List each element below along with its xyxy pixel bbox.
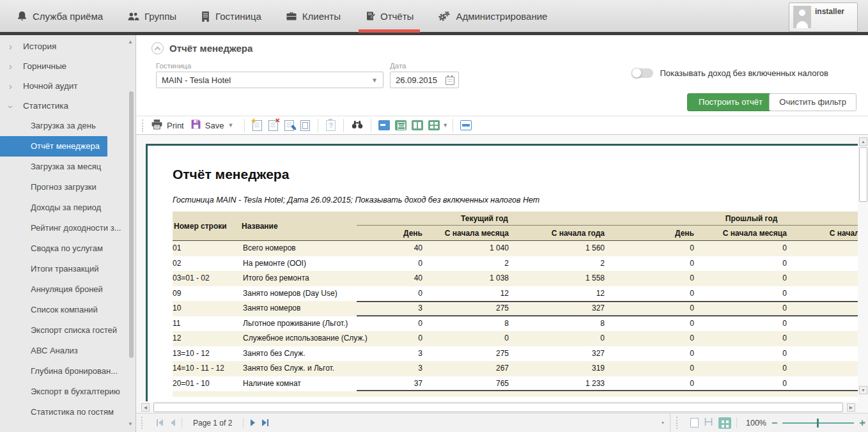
table-cell: 0 (612, 376, 702, 392)
table-cell: 0 (612, 256, 702, 272)
sidebar-scroll-up-icon[interactable]: ▲ (128, 39, 133, 45)
sidebar-sub-guest-statistics[interactable]: Статистика по гостям (0, 402, 124, 422)
pager-divider (182, 417, 182, 428)
page-setup-icon[interactable] (300, 120, 310, 131)
table-cell: 275 (430, 301, 516, 316)
tab-groups[interactable]: Группы (127, 11, 176, 22)
sidebar-nav: › История › Горничные › Ночной аудит › С… (0, 36, 124, 422)
view-facing-pages-icon[interactable] (412, 120, 423, 130)
build-report-button[interactable]: Построить отчёт (687, 93, 774, 111)
sidebar-sub-period-income[interactable]: Доходы за период (0, 197, 124, 218)
clear-filter-button[interactable]: Очистить фильтр (769, 93, 856, 111)
splitter-collapse-icon[interactable]: ▾ (662, 420, 664, 426)
tab-clients[interactable]: Клиенты (286, 11, 341, 22)
scroll-down-icon[interactable]: ▼ (859, 386, 867, 394)
main-panel: Отчёт менеджера Гостиница MAIN - Tesla H… (136, 35, 868, 432)
table-cell: Льготное проживание (Льгот.) (242, 316, 357, 332)
previous-page-icon[interactable] (169, 419, 176, 426)
zoom-grip[interactable] (676, 417, 679, 429)
tax-toggle-row: Показывать доход без включенных налогов (632, 68, 828, 78)
horizontal-scrollbar-track[interactable] (153, 403, 843, 412)
first-page-icon[interactable] (156, 419, 164, 426)
user-menu[interactable]: installer (789, 3, 858, 32)
tab-administration[interactable]: Администрирование (438, 11, 547, 22)
sidebar-item-housekeeping[interactable]: › Горничные (0, 56, 124, 76)
sidebar-sub-services-summary[interactable]: Сводка по услугам (0, 238, 124, 259)
sidebar-sub-transactions[interactable]: Итоги транзакций (0, 259, 124, 279)
tab-reception[interactable]: Служба приёма (17, 11, 103, 22)
table-cell: 327 (516, 346, 612, 362)
scroll-left-icon[interactable]: ◀ (141, 403, 150, 412)
report-table: Номер строки Название Текущий год Прошлы… (173, 212, 858, 397)
table-cell: Наличие комнат (242, 376, 357, 392)
sidebar-sub-yield-rating[interactable]: Рейтинг доходности з... (0, 218, 124, 238)
hotel-select-value: MAIN - Tesla Hotel (162, 75, 231, 85)
search-binoculars-icon[interactable] (352, 120, 363, 131)
sidebar-sub-cancellations[interactable]: Аннуляция броней (0, 279, 124, 300)
sidebar-sub-manager-report[interactable]: Отчёт менеджера (0, 136, 107, 157)
table-cell: 0 (612, 331, 702, 346)
app-window: Служба приёма Группы Гостиница Клиенты О… (0, 0, 868, 432)
status-bar: Page 1 of 2 ▾ 100% − (136, 413, 868, 432)
sidebar-sub-accounting-export[interactable]: Экспорт в бухгалтерию (0, 382, 124, 402)
vertical-scrollbar-thumb[interactable] (859, 147, 867, 202)
table-cell: 1 233 (516, 376, 612, 392)
sidebar-item-history[interactable]: › История (0, 36, 124, 56)
sidebar-sub-abc-analysis[interactable]: АВС Анализ (0, 341, 124, 361)
sidebar-scrollbar-thumb[interactable] (129, 91, 134, 358)
sidebar-sub-monthly-load[interactable]: Загрузка за месяц (0, 157, 124, 177)
last-page-icon[interactable] (261, 419, 269, 426)
table-row: 12 Служебное использование (Служ.) 0 0 0… (173, 331, 858, 346)
view-continuous-icon[interactable] (395, 120, 407, 130)
save-dropdown-caret-icon[interactable]: ▼ (228, 122, 233, 128)
top-navbar: Служба приёма Группы Гостиница Клиенты О… (0, 0, 868, 32)
scroll-up-icon[interactable]: ▲ (859, 137, 867, 146)
save-button[interactable]: Save ▼ (190, 119, 234, 132)
table-cell: 13=10 - 12 (173, 346, 242, 362)
date-input[interactable]: 26.09.2015 (390, 72, 459, 88)
pager-grip[interactable] (141, 417, 144, 429)
zoom-slider[interactable] (782, 419, 854, 428)
zoom-fit-height-icon[interactable] (704, 417, 713, 429)
collapse-section-icon[interactable] (151, 42, 164, 54)
edit-report-icon[interactable]: ✎ (284, 120, 294, 131)
view-mode-caret-icon[interactable]: ▼ (442, 122, 448, 128)
next-page-icon[interactable] (249, 419, 256, 426)
sidebar-sub-booking-depth[interactable]: Глубина бронирован... (0, 361, 124, 382)
calendar-icon[interactable] (446, 77, 454, 85)
new-report-icon[interactable]: ✦ (252, 120, 262, 131)
table-row: 14=10 - 11 - 12 Занято без Служ. и Льгот… (173, 361, 858, 376)
table-cell: 0 (612, 271, 702, 286)
view-multipage-icon[interactable] (428, 120, 440, 130)
tab-reports[interactable]: Отчёты (365, 11, 414, 22)
table-row: 03=01 - 02 Итого без ремонта 40 1 038 1 … (173, 271, 858, 286)
chevron-right-icon: › (9, 36, 12, 56)
sidebar-sub-load-forecast[interactable]: Прогноз загрузки (0, 177, 124, 197)
sidebar-sub-companies[interactable]: Список компаний (0, 300, 124, 320)
tab-hotel[interactable]: Гостиница (201, 11, 261, 22)
zoom-single-page-icon[interactable] (690, 418, 699, 428)
splitter-collapse-icon[interactable]: ▾ (863, 420, 865, 426)
sidebar-sub-guest-export[interactable]: Экспорт списка гостей (0, 320, 124, 341)
sidebar-scroll-down-icon[interactable]: ▼ (128, 421, 133, 427)
table-cell: Служебное использование (Служ.) (242, 331, 357, 346)
sidebar-item-statistics[interactable]: › Статистика (0, 96, 124, 116)
sidebar-item-night-audit[interactable]: › Ночной аудит (0, 76, 124, 96)
table-row: 10 Занято номеров 3 275 327 0 0 (173, 301, 858, 316)
hotel-label: Гостиница (156, 62, 191, 70)
sidebar-sub-daily-load[interactable]: Загрузка за день (0, 116, 124, 136)
delete-report-icon[interactable]: ✕ (268, 120, 278, 131)
tax-toggle[interactable] (632, 68, 653, 78)
fit-page-width-icon[interactable] (460, 120, 472, 130)
print-button[interactable]: Print (151, 119, 184, 132)
zoom-grid-view-icon[interactable] (718, 417, 731, 429)
toolbar-separator (453, 119, 453, 132)
view-single-page-icon[interactable] (378, 120, 390, 130)
scroll-right-icon[interactable]: ▶ (847, 403, 855, 412)
hotel-select[interactable]: MAIN - Tesla Hotel ▼ (156, 72, 384, 88)
zoom-slider-thumb[interactable] (817, 419, 819, 428)
zoom-out-icon[interactable]: − (771, 419, 777, 428)
column-header: С начала месяца (430, 226, 516, 240)
table-cell: Занято без Служ. и Льгот. (242, 361, 357, 376)
toolbar-grip[interactable] (142, 120, 145, 132)
